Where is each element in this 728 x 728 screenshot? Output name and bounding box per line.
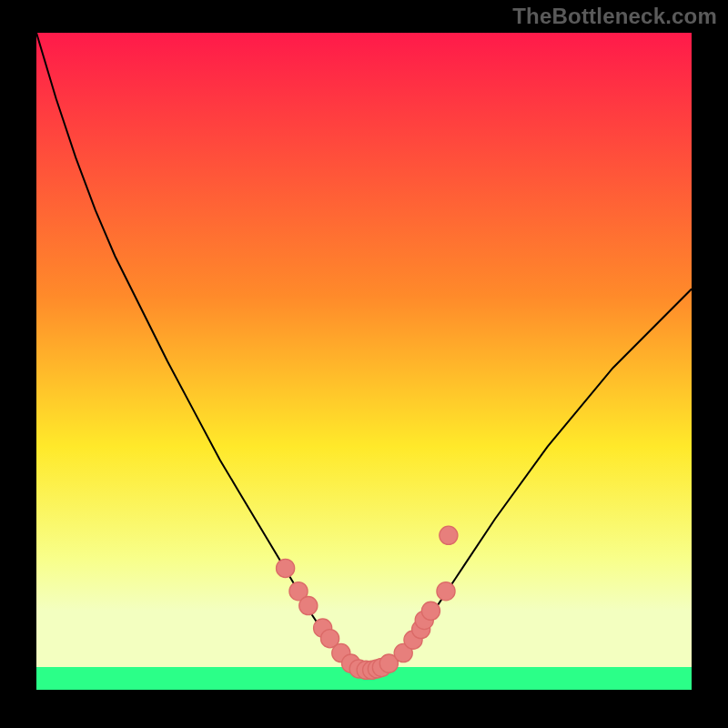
plot-area — [36, 33, 692, 690]
data-marker — [299, 596, 318, 614]
data-marker — [440, 526, 458, 544]
data-marker — [421, 602, 440, 620]
plot-svg — [36, 33, 692, 690]
data-marker — [437, 582, 455, 601]
watermark-text: TheBottleneck.com — [512, 4, 717, 29]
chart-frame: TheBottleneck.com — [0, 0, 728, 728]
gradient-background — [36, 33, 692, 690]
data-marker — [277, 559, 295, 577]
